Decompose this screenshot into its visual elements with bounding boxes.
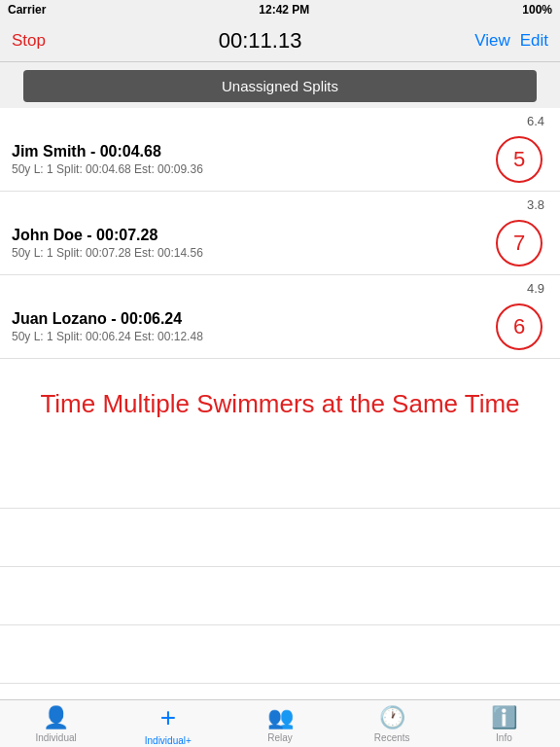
tab-info[interactable]: ℹ️ Info <box>448 700 560 747</box>
swimmer-2-right: 7 <box>490 220 548 267</box>
tab-recents[interactable]: 🕐 Recents <box>336 700 448 747</box>
individual-icon: 👤 <box>43 705 69 730</box>
recents-icon: 🕐 <box>379 705 405 730</box>
section-header-wrap: Unassigned Splits <box>0 62 560 108</box>
swimmer-1-score: 6.4 <box>0 108 560 128</box>
tab-info-label: Info <box>496 732 512 743</box>
swimmer-1-badge[interactable]: 5 <box>496 136 542 183</box>
promo-message: Time Multiple Swimmers at the Same Time <box>19 388 541 421</box>
tab-relay-label: Relay <box>267 732 293 743</box>
battery-label: 100% <box>522 3 552 17</box>
scroll-area[interactable]: Unassigned Splits 6.4 Jim Smith - 00:04.… <box>0 62 560 747</box>
swimmer-2-badge[interactable]: 7 <box>496 220 542 267</box>
stop-button[interactable]: Stop <box>12 31 46 51</box>
swimmer-row-container-1: 6.4 Jim Smith - 00:04.68 50y L: 1 Split:… <box>0 108 560 192</box>
swimmer-3-badge[interactable]: 6 <box>496 303 542 350</box>
empty-row-2 <box>0 509 560 567</box>
message-section: Time Multiple Swimmers at the Same Time <box>0 359 560 450</box>
tab-bar: 👤 Individual + Individual+ 👥 Relay 🕐 Rec… <box>0 699 560 747</box>
nav-bar: Stop 00:11.13 View Edit <box>0 19 560 62</box>
swimmer-2-info: John Doe - 00:07.28 50y L: 1 Split: 00:0… <box>12 227 490 260</box>
swimmer-3-name: Juan Lozano - 00:06.24 <box>12 310 490 328</box>
nav-actions: View Edit <box>474 31 548 51</box>
tab-individual-label: Individual <box>35 732 76 743</box>
tab-individual-plus-label: Individual+ <box>145 735 192 746</box>
swimmer-2-details: 50y L: 1 Split: 00:07.28 Est: 00:14.56 <box>12 246 490 260</box>
swimmer-2-name: John Doe - 00:07.28 <box>12 227 490 244</box>
swimmer-row-3[interactable]: Juan Lozano - 00:06.24 50y L: 1 Split: 0… <box>0 296 560 359</box>
swimmer-1-details: 50y L: 1 Split: 00:04.68 Est: 00:09.36 <box>12 162 490 176</box>
tab-individual[interactable]: 👤 Individual <box>0 700 112 747</box>
edit-button[interactable]: Edit <box>520 31 548 51</box>
carrier-label: Carrier <box>8 3 46 17</box>
info-icon: ℹ️ <box>491 705 517 730</box>
status-bar: Carrier 12:42 PM 100% <box>0 0 560 19</box>
swimmer-row-1[interactable]: Jim Smith - 00:04.68 50y L: 1 Split: 00:… <box>0 128 560 192</box>
section-header: Unassigned Splits <box>23 70 537 102</box>
tab-individual-plus[interactable]: + Individual+ <box>112 700 224 747</box>
swimmer-2-score: 3.8 <box>0 192 560 212</box>
individual-plus-icon: + <box>160 702 176 733</box>
swimmers-list: 6.4 Jim Smith - 00:04.68 50y L: 1 Split:… <box>0 108 560 742</box>
swimmer-3-score: 4.9 <box>0 275 560 296</box>
relay-icon: 👥 <box>267 705 294 730</box>
swimmer-1-info: Jim Smith - 00:04.68 50y L: 1 Split: 00:… <box>12 143 490 176</box>
swimmer-1-name: Jim Smith - 00:04.68 <box>12 143 490 160</box>
status-time: 12:42 PM <box>259 3 309 17</box>
tab-recents-label: Recents <box>374 732 410 743</box>
app-container: Carrier 12:42 PM 100% Stop 00:11.13 View… <box>0 0 560 747</box>
swimmer-3-right: 6 <box>490 303 548 350</box>
empty-row-4 <box>0 625 560 684</box>
swimmer-row-container-3: 4.9 Juan Lozano - 00:06.24 50y L: 1 Spli… <box>0 275 560 359</box>
swimmer-row-container-2: 3.8 John Doe - 00:07.28 50y L: 1 Split: … <box>0 192 560 275</box>
swimmer-3-details: 50y L: 1 Split: 00:06.24 Est: 00:12.48 <box>12 330 490 343</box>
view-button[interactable]: View <box>474 31 510 51</box>
empty-row-3 <box>0 567 560 625</box>
tab-relay[interactable]: 👥 Relay <box>224 700 335 747</box>
swimmer-row-2[interactable]: John Doe - 00:07.28 50y L: 1 Split: 00:0… <box>0 212 560 275</box>
swimmer-3-info: Juan Lozano - 00:06.24 50y L: 1 Split: 0… <box>12 310 490 343</box>
timer-display: 00:11.13 <box>219 28 302 53</box>
swimmer-1-right: 5 <box>490 136 548 183</box>
empty-row-1 <box>0 450 560 509</box>
